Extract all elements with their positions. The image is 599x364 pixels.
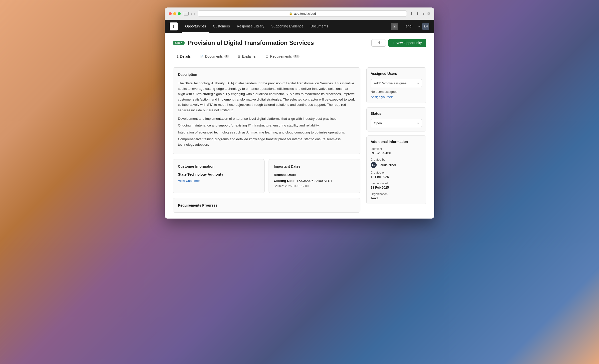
nav-link-customers[interactable]: Customers bbox=[209, 20, 233, 33]
forward-arrow-icon[interactable]: › bbox=[194, 12, 195, 16]
created-by-row: LN Laurie Nicol bbox=[371, 162, 422, 168]
tab-requirements-label: Requirements bbox=[270, 54, 292, 58]
list-item: Ongoing maintenance and support for exis… bbox=[178, 123, 355, 128]
last-updated-label: Last updated bbox=[371, 182, 422, 185]
documents-tab-badge: 1 bbox=[224, 55, 229, 58]
tab-documents[interactable]: 📄 Documents 1 bbox=[195, 52, 233, 61]
edit-button[interactable]: Edit bbox=[371, 39, 386, 47]
nav-links: Opportunities Customers Response Library… bbox=[182, 20, 391, 33]
requirements-progress-title: Requirements Progress bbox=[178, 203, 355, 207]
description-paragraph: The State Technology Authority (STA) inv… bbox=[178, 81, 355, 113]
creator-avatar: LN bbox=[371, 162, 377, 168]
date-source: Source: 2025-03-15 12:00 bbox=[274, 184, 355, 188]
tabs-icon[interactable]: ⧉ bbox=[428, 11, 430, 16]
closing-date-value: 15/03/2025 22:00 AEST bbox=[297, 179, 332, 183]
nav-user-initials[interactable]: LN bbox=[422, 23, 429, 30]
identifier-value: RFT-2025-001 bbox=[371, 151, 422, 155]
tab-documents-label: Documents bbox=[205, 54, 223, 58]
release-date-label: Release Date: bbox=[274, 173, 296, 177]
status-current-value: Open bbox=[374, 121, 382, 125]
back-arrow-icon[interactable]: ‹ bbox=[191, 12, 192, 16]
important-dates-card: Important Dates Release Date: Closing Da… bbox=[269, 159, 360, 193]
release-date-row: Release Date: bbox=[274, 172, 355, 177]
view-customer-link[interactable]: View Customer bbox=[178, 179, 200, 183]
minimize-button[interactable] bbox=[173, 12, 176, 15]
tab-details[interactable]: ℹ Details bbox=[173, 52, 195, 61]
description-card: Description The State Technology Authori… bbox=[173, 67, 360, 154]
app-navbar: T Opportunities Customers Response Libra… bbox=[165, 20, 434, 33]
svg-text:T: T bbox=[394, 25, 395, 28]
customer-name: State Technology Authority bbox=[178, 172, 259, 176]
list-item: Comprehensive training programs and deta… bbox=[178, 136, 355, 147]
explainer-tab-icon: ⊞ bbox=[238, 55, 241, 58]
nav-brand-chevron: ▾ bbox=[418, 25, 420, 28]
status-dropdown-chevron: ▾ bbox=[417, 121, 419, 125]
assignee-dropdown[interactable]: Add/Remove assignee ▾ bbox=[371, 79, 422, 87]
tab-explainer[interactable]: ⊞ Explainer bbox=[233, 52, 261, 61]
page-header: Open Provision of Digital Transformation… bbox=[173, 39, 426, 47]
url-text: app.tendl.cloud bbox=[294, 12, 316, 15]
nav-link-documents[interactable]: Documents bbox=[307, 20, 332, 33]
status-badge: Open bbox=[173, 41, 185, 45]
closing-date-row: Closing Date: 15/03/2025 22:00 AEST bbox=[274, 178, 355, 183]
new-opportunity-button[interactable]: + New Opportunity bbox=[388, 39, 426, 47]
maximize-button[interactable] bbox=[178, 12, 181, 15]
organisation-label: Organisation bbox=[371, 192, 422, 196]
requirements-tab-badge: 11 bbox=[293, 55, 299, 58]
description-title: Description bbox=[178, 73, 355, 77]
status-dropdown[interactable]: Open ▾ bbox=[371, 119, 422, 127]
two-col-row: Customer Information State Technology Au… bbox=[173, 159, 360, 193]
tab-explainer-label: Explainer bbox=[242, 54, 257, 58]
assign-yourself-link[interactable]: Assign yourself bbox=[371, 95, 393, 99]
status-title: Status bbox=[371, 112, 422, 116]
closing-date-label: Closing Date: bbox=[274, 179, 296, 183]
page-content: Open Provision of Digital Transformation… bbox=[165, 33, 434, 219]
address-bar[interactable]: 🔒 app.tendl.cloud bbox=[198, 10, 407, 17]
assigned-users-panel: Assigned Users Add/Remove assignee ▾ No … bbox=[366, 67, 426, 103]
documents-tab-icon: 📄 bbox=[200, 55, 204, 58]
header-actions: Edit + New Opportunity bbox=[371, 39, 426, 47]
identifier-label: Identifier bbox=[371, 147, 422, 151]
nav-brand-icon: T bbox=[391, 23, 398, 30]
browser-controls: ‹ › bbox=[184, 12, 195, 16]
no-users-text: No users assigned. bbox=[371, 90, 422, 94]
important-dates-content: Release Date: Closing Date: 15/03/2025 2… bbox=[274, 172, 355, 188]
details-tab-icon: ℹ bbox=[177, 55, 178, 58]
tab-details-label: Details bbox=[180, 54, 191, 58]
download-icon[interactable]: ⬇ bbox=[410, 11, 413, 16]
close-button[interactable] bbox=[169, 12, 172, 15]
customer-info-title: Customer Information bbox=[178, 164, 259, 168]
sidebar: Assigned Users Add/Remove assignee ▾ No … bbox=[366, 67, 426, 213]
nav-link-response-library[interactable]: Response Library bbox=[233, 20, 268, 33]
created-on-label: Created on bbox=[371, 171, 422, 174]
main-content: Description The State Technology Authori… bbox=[173, 67, 360, 213]
assigned-users-title: Assigned Users bbox=[371, 72, 422, 76]
created-by-label: Created by bbox=[371, 158, 422, 161]
nav-brand-label[interactable]: Tendl bbox=[401, 20, 416, 33]
important-dates-title: Important Dates bbox=[274, 164, 355, 168]
tabs: ℹ Details 📄 Documents 1 ⊞ Explainer ☑ Re… bbox=[173, 52, 426, 61]
browser-actions: ⬇ ⬆ + ⧉ bbox=[410, 11, 430, 16]
assignee-dropdown-label: Add/Remove assignee bbox=[374, 81, 407, 85]
browser-chrome: ‹ › 🔒 app.tendl.cloud ⬇ ⬆ + ⧉ bbox=[165, 7, 434, 20]
tab-requirements[interactable]: ☑ Requirements 11 bbox=[261, 52, 304, 61]
customer-info-card: Customer Information State Technology Au… bbox=[173, 159, 265, 193]
description-body: The State Technology Authority (STA) inv… bbox=[178, 81, 355, 147]
app-logo: T bbox=[170, 22, 178, 30]
list-item: Integration of advanced technologies suc… bbox=[178, 130, 355, 135]
new-tab-icon[interactable]: + bbox=[422, 11, 425, 16]
requirements-progress-card: Requirements Progress bbox=[173, 198, 360, 213]
assignee-dropdown-chevron: ▾ bbox=[417, 82, 419, 85]
share-icon[interactable]: ⬆ bbox=[416, 11, 419, 16]
additional-info-panel: Additional Information Identifier RFT-20… bbox=[366, 135, 426, 204]
sidebar-toggle-icon[interactable] bbox=[184, 12, 189, 15]
status-panel: Status Open ▾ bbox=[366, 107, 426, 131]
nav-link-opportunities[interactable]: Opportunities bbox=[182, 20, 209, 33]
page-title-row: Open Provision of Digital Transformation… bbox=[173, 39, 314, 46]
additional-info-title: Additional Information bbox=[371, 140, 422, 144]
traffic-lights bbox=[169, 12, 181, 15]
list-item: Development and implementation of enterp… bbox=[178, 116, 355, 121]
creator-name: Laurie Nicol bbox=[379, 163, 396, 167]
nav-link-supporting-evidence[interactable]: Supporting Evidence bbox=[268, 20, 307, 33]
created-on-value: 18 Feb 2025 bbox=[371, 175, 422, 179]
